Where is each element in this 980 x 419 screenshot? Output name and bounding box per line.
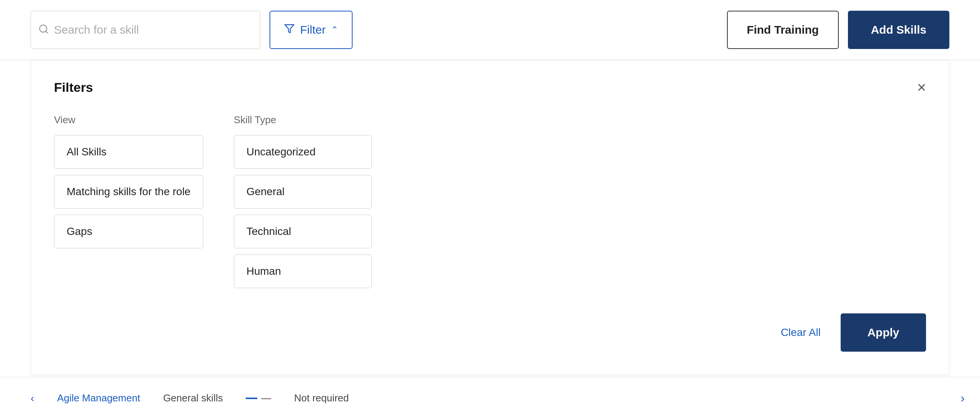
filters-title: Filters <box>54 80 93 95</box>
nav-arrow-left[interactable]: ‹ <box>31 392 34 404</box>
filter-columns: View All Skills Matching skills for the … <box>54 114 926 294</box>
filter-option-gaps[interactable]: Gaps <box>54 215 203 248</box>
search-input[interactable] <box>31 11 260 49</box>
filter-icon <box>284 23 295 37</box>
requirement-cell: Not required <box>294 392 349 404</box>
filter-panel-header: Filters × <box>54 80 926 95</box>
nav-arrow-right[interactable]: › <box>960 391 965 405</box>
filter-panel-footer: Clear All Apply <box>54 313 926 352</box>
filter-button[interactable]: Filter ⌃ <box>270 11 353 49</box>
search-icon <box>38 24 49 36</box>
find-training-button[interactable]: Find Training <box>727 11 839 49</box>
skill-type-column: Skill Type Uncategorized General Technic… <box>234 114 372 294</box>
filter-panel: Filters × View All Skills Matching skill… <box>31 60 949 375</box>
progress-dash-icon <box>246 398 257 399</box>
page-wrapper: Filter ⌃ Find Training Add Skills Filter… <box>0 0 980 419</box>
svg-line-1 <box>46 31 47 33</box>
filter-option-human[interactable]: Human <box>234 254 372 288</box>
svg-marker-2 <box>285 24 294 33</box>
filter-option-technical[interactable]: Technical <box>234 215 372 248</box>
skill-type-cell: General skills <box>163 392 223 404</box>
close-button[interactable]: × <box>917 80 926 95</box>
filter-option-all-skills[interactable]: All Skills <box>54 135 203 169</box>
filter-label: Filter <box>300 23 326 36</box>
view-label: View <box>54 114 203 126</box>
skill-name-cell: Agile Management <box>57 392 140 404</box>
search-container <box>31 11 260 49</box>
filter-option-general[interactable]: General <box>234 175 372 209</box>
clear-all-button[interactable]: Clear All <box>773 326 828 339</box>
chevron-up-icon: ⌃ <box>331 25 338 35</box>
filter-option-uncategorized[interactable]: Uncategorized <box>234 135 372 169</box>
filter-option-matching-skills[interactable]: Matching skills for the role <box>54 175 203 209</box>
toolbar: Filter ⌃ Find Training Add Skills <box>0 0 980 60</box>
add-skills-button[interactable]: Add Skills <box>848 11 949 49</box>
apply-button[interactable]: Apply <box>841 313 926 352</box>
table-bottom-row: ‹ Agile Management General skills — Not … <box>0 377 980 419</box>
skill-type-label: Skill Type <box>234 114 372 126</box>
view-column: View All Skills Matching skills for the … <box>54 114 203 294</box>
level-cell: — <box>246 392 271 404</box>
